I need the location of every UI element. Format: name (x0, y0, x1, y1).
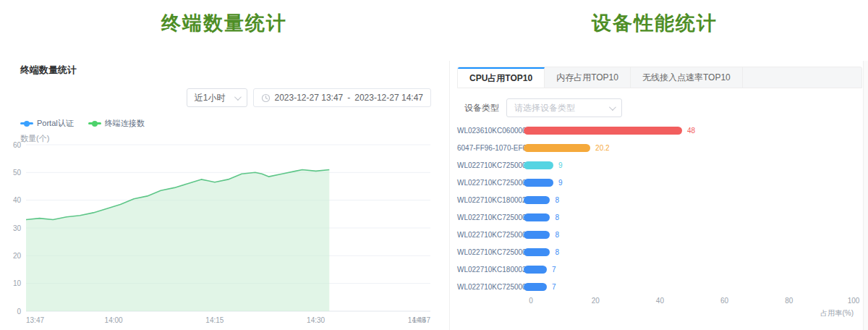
bar (524, 179, 553, 187)
tab-memory-top10[interactable]: 内存占用TOP10 (545, 67, 631, 88)
bar-track: 8 (524, 196, 854, 204)
x-axis-label: 占用率(%) (820, 308, 854, 318)
bar-value: 8 (555, 248, 559, 256)
axis-tick: 100 (848, 297, 860, 305)
time-range-select[interactable]: 近1小时 (187, 88, 247, 107)
bar-value: 9 (558, 179, 563, 187)
device-name: WL022710KC18000280 (457, 196, 524, 204)
svg-text:30: 30 (13, 224, 22, 232)
legend-label: Portal认证 (37, 118, 74, 129)
bar-row: WL022710KC7250004707 (457, 278, 854, 295)
bar (524, 266, 547, 274)
bar (524, 127, 682, 135)
bar-value: 8 (555, 231, 559, 239)
svg-text:14:00: 14:00 (105, 316, 123, 324)
bar-row: WL022710KC7250003698 (457, 243, 854, 261)
bar-value: 20.2 (595, 144, 609, 152)
bar (524, 283, 547, 291)
bar-row: WL022710KC180003727 (457, 261, 854, 278)
chevron-down-icon (609, 103, 616, 111)
axis-tick: 60 (720, 297, 728, 305)
tab-bar: CPU占用TOP10 内存占用TOP10 无线接入点速率TOP10 (457, 67, 862, 88)
bar-value: 7 (552, 266, 556, 274)
bar-track: 8 (524, 248, 854, 256)
svg-text:0: 0 (17, 308, 21, 316)
svg-text:20: 20 (13, 252, 22, 260)
panel-title: 终端数量统计 (20, 64, 77, 77)
bar (524, 213, 550, 221)
date-end: 2023-12-27 14:47 (354, 93, 423, 103)
svg-text:10: 10 (13, 279, 22, 287)
device-name: WL022710KC725000102 (457, 161, 524, 169)
legend-item-portal[interactable]: Portal认证 (20, 118, 74, 129)
svg-text:14:30: 14:30 (307, 316, 325, 324)
date-start: 2023-12-27 13:47 (275, 93, 344, 103)
device-type-label: 设备类型 (464, 102, 499, 114)
device-name: WL023610KC06000043 (457, 127, 524, 135)
svg-text:50: 50 (13, 169, 22, 177)
axis-tick: 20 (592, 297, 600, 305)
legend-item-connections[interactable]: 终端连接数 (88, 118, 145, 129)
device-name: WL022710KC725000307 (457, 231, 524, 239)
bar-track: 8 (524, 213, 854, 221)
device-type-placeholder: 请选择设备类型 (514, 102, 575, 114)
legend-marker-portal-icon (20, 122, 33, 124)
bar (524, 144, 590, 152)
bar-track: 7 (524, 283, 854, 291)
bar-chart: WL023610KC06000043486047-FF96-1070-EF0A2… (457, 122, 854, 295)
dashboard: 终端数量统计 设备性能统计 终端数量统计 近1小时 2023-12-27 13:… (0, 0, 868, 330)
bar-value: 9 (558, 161, 563, 169)
date-range-picker[interactable]: 2023-12-27 13:47 - 2023-12-27 14:47 (253, 88, 432, 107)
bar-row: WL022710KC180002808 (457, 191, 854, 208)
tab-wireless-rate-top10[interactable]: 无线接入点速率TOP10 (631, 67, 743, 88)
device-name: WL022710KC725000272 (457, 213, 524, 221)
device-type-filter: 设备类型 请选择设备类型 (464, 98, 622, 117)
chart-controls: 近1小时 2023-12-27 13:47 - 2023-12-27 14:47 (187, 88, 431, 107)
bar-track: 9 (524, 161, 854, 169)
device-name: WL022710KC725000369 (457, 248, 524, 256)
bar-track: 48 (524, 127, 854, 135)
chart-legend: Portal认证 终端连接数 (20, 118, 145, 129)
panel-divider (449, 61, 450, 330)
bar-row: 6047-FF96-1070-EF0A20.2 (457, 139, 854, 156)
bar-row: WL022710KC7250002728 (457, 208, 854, 226)
bar-track: 9 (524, 179, 854, 187)
bar-track: 20.2 (524, 144, 854, 152)
bar-track: 8 (524, 231, 854, 239)
svg-text:60: 60 (13, 141, 22, 149)
axis-tick: 40 (656, 297, 664, 305)
bar-row: WL022710KC7250003078 (457, 226, 854, 243)
axis-tick: 80 (785, 297, 793, 305)
tab-cpu-top10[interactable]: CPU占用TOP10 (458, 67, 545, 88)
device-name: WL022710KC18000372 (457, 266, 524, 274)
date-separator: - (347, 93, 350, 103)
bar-value: 8 (555, 196, 559, 204)
device-type-select[interactable]: 请选择设备类型 (506, 98, 622, 117)
device-name: WL022710KC725000409 (457, 179, 524, 187)
line-chart: 010203040506013:4714:0014:1514:3014:4514… (0, 138, 438, 327)
legend-label: 终端连接数 (105, 118, 145, 129)
svg-text:40: 40 (13, 196, 22, 204)
bar-chart-x-axis: 020406080100 (531, 297, 854, 305)
chevron-down-icon (234, 93, 241, 101)
terminal-stats-panel: 终端数量统计 近1小时 2023-12-27 13:47 - 2023-12-2… (0, 0, 448, 330)
bar-row: WL022710KC7250004099 (457, 174, 854, 191)
legend-marker-connections-icon (88, 122, 101, 124)
device-performance-panel: CPU占用TOP10 内存占用TOP10 无线接入点速率TOP10 设备类型 请… (457, 0, 862, 330)
bar-value: 48 (687, 127, 695, 135)
time-range-value: 近1小时 (195, 92, 226, 104)
bar (524, 161, 553, 169)
bar (524, 196, 550, 204)
clock-icon (261, 93, 271, 103)
svg-text:14:47: 14:47 (412, 316, 430, 324)
bar-value: 8 (555, 213, 559, 221)
bar-row: WL022710KC7250001029 (457, 156, 854, 174)
device-name: 6047-FF96-1070-EF0A (457, 144, 524, 152)
bar (524, 248, 550, 256)
bar-row: WL023610KC0600004348 (457, 122, 854, 139)
bar-track: 7 (524, 266, 854, 274)
device-name: WL022710KC725000470 (457, 283, 524, 291)
svg-text:14:15: 14:15 (205, 316, 224, 324)
scrollbar[interactable] (863, 61, 868, 330)
bar-value: 7 (552, 283, 556, 291)
